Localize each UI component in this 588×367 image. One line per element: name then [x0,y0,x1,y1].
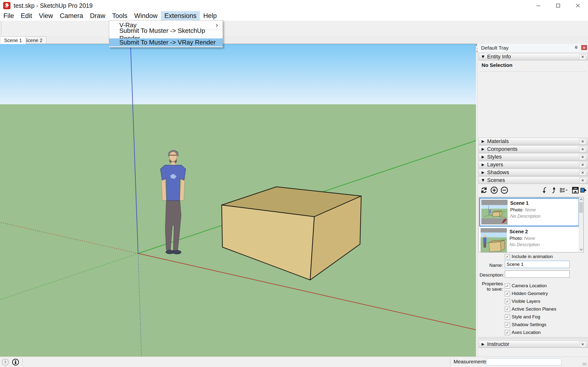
move-scene-up-button[interactable] [550,185,557,195]
name-label: Name: [480,263,503,268]
menu-window[interactable]: Window [131,11,161,21]
menu-help[interactable]: Help [200,11,220,21]
scene-list-item-2[interactable]: Scene 2 Photo: None No Description [479,227,578,252]
pin-icon[interactable] [574,45,579,50]
active-section-planes-checkbox[interactable]: Active Section Planes [505,306,556,312]
checkbox-label: Hidden Geometry [512,291,548,296]
scene-item-description: No Description [509,242,540,247]
menu-edit[interactable]: Edit [18,11,36,21]
tray-resize-handle[interactable] [479,337,588,339]
panel-close-icon[interactable]: ✕ [579,154,586,160]
checkbox-label: Shadow Settings [512,322,546,327]
scroll-down-icon[interactable] [579,247,583,252]
scene-item-photo: Photo: None [510,207,536,213]
checkbox-checked-icon[interactable] [505,299,510,304]
scene-item-photo: Photo: None [509,236,535,241]
toggle-details-button[interactable] [570,185,580,195]
panel-close-icon[interactable]: ✕ [579,139,586,144]
camera-location-checkbox[interactable]: Camera Location [505,283,547,288]
panel-shadows[interactable]: ▶ Shadows ✕ [479,169,588,176]
photo-value: None [525,207,536,212]
menu-camera[interactable]: Camera [56,11,87,21]
tray-close-button[interactable] [581,45,587,50]
add-scene-button[interactable] [489,185,499,195]
menu-item-label: Submit To Muster -> VRay Render [119,39,216,46]
shadow-settings-checkbox[interactable]: Shadow Settings [505,322,546,327]
checkbox-checked-icon[interactable] [505,322,510,327]
scene-list-scrollbar[interactable] [579,197,583,252]
remove-scene-button[interactable] [500,185,509,195]
checkbox-checked-icon[interactable] [505,307,510,312]
scroll-up-icon[interactable] [579,197,583,202]
description-label: Description: [480,272,503,278]
panel-close-icon[interactable]: ✕ [579,178,586,183]
axes-location-checkbox[interactable]: Axes Location [505,330,541,335]
toolbar-drag-handle[interactable] [0,22,2,35]
update-scene-button[interactable] [479,185,489,195]
menu-tools[interactable]: Tools [109,11,131,21]
sketchup-logo-icon [3,2,11,9]
tab-scene-1[interactable]: Scene 1 [0,36,26,44]
default-tray: Default Tray ▼ Entity Info ✕ No Selectio… [477,44,588,357]
panel-scenes[interactable]: ▼ Scenes ✕ [479,177,588,184]
panel-layers[interactable]: ▶ Layers ✕ [479,161,588,168]
panel-close-icon[interactable]: ✕ [579,341,586,347]
checkbox-checked-icon[interactable] [505,283,510,288]
menu-view[interactable]: View [35,11,56,21]
geolocation-icon[interactable] [1,358,10,367]
menu-draw[interactable]: Draw [87,11,109,21]
photo-label: Photo: [510,207,524,212]
scene-item-name: Scene 1 [510,200,529,206]
tab-label: Scene 1 [4,38,22,43]
panel-styles[interactable]: ▶ Styles ✕ [479,153,588,161]
move-scene-down-button[interactable] [541,185,549,195]
scene-2-thumbnail [481,228,507,252]
panel-close-icon[interactable]: ✕ [579,162,586,168]
measurements-input[interactable] [486,358,562,366]
panel-materials[interactable]: ▶ Materials ✕ [479,138,588,145]
menu-file[interactable]: File [0,11,18,21]
style-and-fog-checkbox[interactable]: Style and Fog [505,314,540,320]
panel-close-icon[interactable]: ✕ [579,170,586,176]
minimize-button[interactable] [530,0,546,11]
viewport-canvas[interactable] [0,44,476,357]
tray-title-bar: Default Tray [478,44,588,52]
window-resize-grip[interactable] [582,363,586,366]
checkbox-checked-icon[interactable] [505,291,510,296]
scene-description-input[interactable] [505,270,570,278]
visible-layers-checkbox[interactable]: Visible Layers [505,299,540,304]
scrollbar-thumb[interactable] [579,202,583,213]
panel-label: Styles [487,154,502,160]
status-separator [22,358,23,366]
panel-instructor[interactable]: ▶ Instructor ✕ [479,340,588,348]
measurements-label: Measurements [454,359,487,365]
checkbox-label: Visible Layers [512,299,540,304]
panel-entity-info[interactable]: ▼ Entity Info ✕ [479,53,588,60]
panel-close-icon[interactable]: ✕ [579,146,586,152]
hidden-geometry-checkbox[interactable]: Hidden Geometry [505,291,548,296]
scene-name-input[interactable] [505,261,570,268]
include-in-animation-checkbox[interactable]: Include in animation [505,254,553,259]
scene-list-item-1[interactable]: Scene 1 Photo: None No Description [479,198,579,226]
panel-close-icon[interactable]: ✕ [579,54,586,60]
status-bar: Measurements [0,357,588,367]
panel-label: Layers [487,161,503,168]
view-options-button[interactable] [558,185,570,195]
tab-label: Scene 2 [25,38,42,43]
scene-1-thumbnail [481,200,508,224]
checkbox-checked-icon[interactable] [505,254,510,259]
expand-arrow-icon: ▶ [479,162,487,167]
menu-item-submit-sketchup-render[interactable]: Submit To Muster -> SketchUp Render [109,30,223,38]
photo-value: None [524,236,535,241]
panel-components[interactable]: ▶ Components ✕ [479,145,588,153]
checkbox-checked-icon[interactable] [505,314,510,320]
menu-item-submit-vray-render[interactable]: Submit To Muster -> VRay Render [109,38,223,46]
show-details-button[interactable] [580,185,588,195]
menu-extensions[interactable]: Extensions [161,11,200,21]
expand-arrow-icon: ▶ [479,155,487,159]
scene-list: Scene 1 Photo: None No Description [479,197,584,252]
close-button[interactable] [570,0,586,11]
credits-icon[interactable] [11,358,20,367]
checkbox-checked-icon[interactable] [505,330,510,335]
maximize-button[interactable] [550,0,566,11]
